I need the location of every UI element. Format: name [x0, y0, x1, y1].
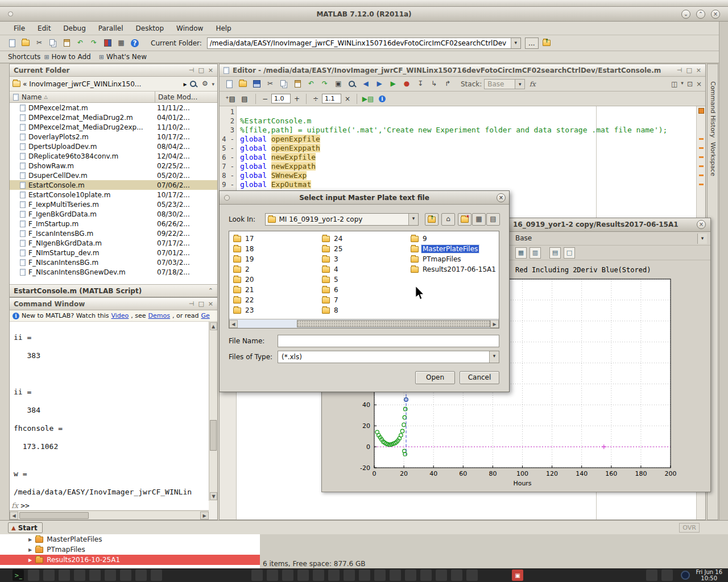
print-button[interactable]: ▣	[332, 78, 345, 90]
step-in-button[interactable]: ↳	[428, 78, 440, 90]
tab-workspace[interactable]: Workspace	[709, 142, 717, 176]
paste-button[interactable]	[291, 78, 304, 90]
tray-icon[interactable]	[646, 569, 657, 581]
expand-arrow-icon[interactable]: ▶	[28, 558, 32, 563]
shortcut-item-how-to-add[interactable]: ⊞How to Add	[44, 53, 90, 61]
app-icon[interactable]	[59, 569, 70, 581]
folder-list[interactable]: 17181922021222324253456789MasterPlateFil…	[229, 231, 499, 329]
app-icon[interactable]	[313, 569, 324, 581]
tray-icon[interactable]	[661, 569, 673, 581]
console-output[interactable]: ii = 383 ii = 384 fhconsole = 173.1062 w…	[10, 322, 209, 501]
scroll-down-icon[interactable]: ▼	[210, 492, 217, 500]
maximize-panel-icon[interactable]: □	[198, 66, 204, 74]
list-item[interactable]: 8	[320, 305, 409, 315]
list-item[interactable]: Results2017-06-15A1	[409, 264, 498, 275]
app-icon[interactable]	[267, 569, 278, 581]
close-panel-icon[interactable]: ×	[208, 300, 213, 307]
files-of-type-combo[interactable]: (*.xls) ▾	[278, 351, 499, 363]
getting-started-link[interactable]: Ge	[201, 312, 210, 319]
app-icon[interactable]	[28, 569, 39, 581]
app-icon[interactable]	[328, 569, 340, 581]
table-row[interactable]: F_IexpMultiTseries.m05/23/2...	[10, 199, 217, 209]
table-row[interactable]: F_NImStartup_dev.m07/01/2...	[10, 248, 217, 257]
mlint-warning-tick[interactable]	[699, 147, 704, 149]
app-icon[interactable]	[74, 569, 85, 581]
mlint-warning-tick[interactable]	[699, 138, 704, 140]
step-button[interactable]: ↧	[414, 78, 427, 90]
app-icon[interactable]	[282, 569, 293, 581]
paste-button[interactable]	[60, 37, 73, 49]
app-icon[interactable]	[151, 569, 162, 581]
open-button[interactable]: Open	[415, 371, 455, 384]
table-icon[interactable]: ▥	[530, 247, 541, 259]
mlint-warning-tick[interactable]	[699, 156, 704, 158]
layout-icon[interactable]: □	[564, 247, 575, 259]
command-prompt-row[interactable]: fx >>	[10, 501, 209, 510]
up-folder-button[interactable]: ↑	[540, 37, 553, 49]
table-row[interactable]: DshowRaw.m02/25/2...	[10, 161, 217, 171]
app-icon[interactable]	[43, 569, 55, 581]
table-row[interactable]: DMPexcel2mat_MediaDrug2.m04/01/2...	[10, 113, 217, 122]
copy-button[interactable]	[278, 78, 290, 90]
redo-button[interactable]: ↷	[318, 78, 331, 90]
grid-view-button[interactable]: ▦	[472, 213, 486, 226]
list-item[interactable]: 21	[231, 285, 320, 295]
scroll-left-icon[interactable]: ◀	[10, 512, 18, 519]
list-item[interactable]: 5	[320, 275, 409, 285]
eval-cell-icon[interactable]: ▶▤	[362, 93, 374, 105]
menu-window[interactable]: Window	[171, 23, 209, 34]
app-icon[interactable]	[251, 569, 263, 581]
menu-desktop[interactable]: Desktop	[130, 23, 170, 34]
scrollbar-thumb[interactable]	[19, 512, 89, 519]
list-item[interactable]: 18	[231, 244, 320, 254]
current-folder-input[interactable]	[208, 39, 511, 47]
step-out-button[interactable]: ↱	[441, 78, 454, 90]
guide-button[interactable]: ▦	[115, 37, 127, 49]
fx-icon[interactable]: fx	[11, 501, 18, 510]
chevron-down-icon[interactable]: ▾	[681, 80, 684, 88]
name-column-header[interactable]: Name	[22, 93, 42, 101]
undo-button[interactable]: ↶	[305, 78, 317, 90]
table-row[interactable]: DsuperCellDev.m05/20/2...	[10, 171, 217, 180]
dock-icon[interactable]: ⊣	[189, 66, 195, 74]
chevron-down-icon[interactable]: ▾	[408, 214, 418, 225]
mlint-status-icon[interactable]	[698, 108, 704, 114]
new-plot-icon[interactable]: ▦	[515, 247, 527, 259]
maximize-button[interactable]: ⌃	[696, 10, 705, 19]
sort-ascending-icon[interactable]: △	[44, 94, 47, 99]
expand-arrow-icon[interactable]: ▶	[28, 537, 32, 542]
cut-button[interactable]: ✂	[33, 37, 46, 49]
list-item[interactable]: 9	[409, 234, 498, 244]
table-row[interactable]: DMPexcel2mat_MediaDrug2exp...11/10/2...	[10, 122, 217, 132]
close-icon[interactable]: ×	[497, 193, 506, 202]
list-item[interactable]: 23	[231, 305, 320, 315]
brush-icon[interactable]: ▤	[549, 247, 561, 259]
terminal-icon[interactable]: >_	[13, 569, 24, 581]
maximize-panel-icon[interactable]: □	[198, 300, 204, 307]
app-icon[interactable]	[451, 569, 462, 581]
search-icon[interactable]	[189, 80, 198, 89]
redo-button[interactable]: ↷	[88, 37, 100, 49]
collapse-detail-icon[interactable]: ⌃	[208, 287, 213, 294]
breadcrumb-collapse[interactable]: «	[23, 80, 27, 88]
increment-button[interactable]: +	[292, 95, 301, 103]
close-button[interactable]: ×	[697, 220, 706, 229]
maximize-panel-icon[interactable]: □	[686, 66, 692, 74]
multiply-factor-field[interactable]: 1.1	[322, 94, 341, 103]
dock-icon[interactable]: ⊣	[189, 300, 195, 307]
list-item[interactable]: 25	[320, 244, 409, 254]
undock-icon[interactable]: ⊡	[687, 80, 693, 88]
list-item[interactable]: 6	[320, 285, 409, 295]
list-item[interactable]: 7	[320, 295, 409, 305]
breakpoint-button[interactable]: ●	[400, 78, 413, 90]
app-icon[interactable]	[297, 569, 309, 581]
list-item[interactable]: 3	[320, 254, 409, 264]
chevron-down-icon[interactable]: ▾	[212, 81, 214, 87]
new-folder-button[interactable]: *	[458, 213, 471, 226]
open-folder-button[interactable]	[237, 78, 249, 90]
console-horizontal-scrollbar[interactable]: ◀ ▶	[10, 510, 209, 519]
list-item[interactable]: 24	[320, 234, 409, 244]
copy-button[interactable]	[47, 37, 59, 49]
save-button[interactable]	[250, 78, 263, 90]
app-icon[interactable]	[359, 569, 370, 581]
